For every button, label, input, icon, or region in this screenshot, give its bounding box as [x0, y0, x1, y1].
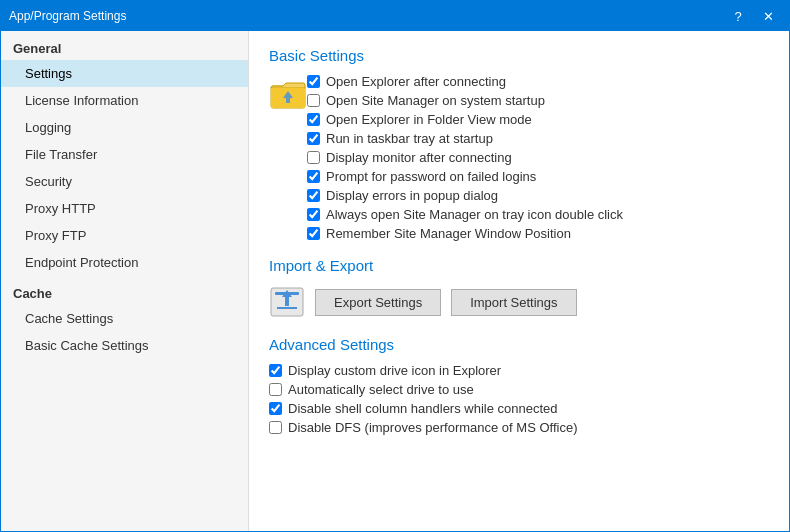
checkbox-open-explorer-label[interactable]: Open Explorer after connecting — [326, 74, 506, 89]
checkbox-display-errors: Display errors in popup dialog — [307, 188, 623, 203]
checkbox-remember-window-position: Remember Site Manager Window Position — [307, 226, 623, 241]
sidebar: General Settings License Information Log… — [1, 31, 249, 531]
checkbox-open-explorer-folder-label[interactable]: Open Explorer in Folder View mode — [326, 112, 532, 127]
advanced-checkbox-list: Display custom drive icon in Explorer Au… — [269, 363, 769, 435]
close-button[interactable]: ✕ — [755, 6, 781, 26]
checkbox-disable-dfs: Disable DFS (improves performance of MS … — [269, 420, 769, 435]
checkbox-disable-dfs-label[interactable]: Disable DFS (improves performance of MS … — [288, 420, 577, 435]
checkbox-open-site-manager: Open Site Manager on system startup — [307, 93, 623, 108]
sidebar-item-logging[interactable]: Logging — [1, 114, 248, 141]
checkbox-disable-shell-handlers-input[interactable] — [269, 402, 282, 415]
window-title: App/Program Settings — [9, 9, 126, 23]
export-settings-button[interactable]: Export Settings — [315, 289, 441, 316]
title-bar: App/Program Settings ? ✕ — [1, 1, 789, 31]
checkbox-always-open-site-manager-label[interactable]: Always open Site Manager on tray icon do… — [326, 207, 623, 222]
help-button[interactable]: ? — [725, 6, 751, 26]
sidebar-item-settings[interactable]: Settings — [1, 60, 248, 87]
checkbox-prompt-password-input[interactable] — [307, 170, 320, 183]
checkbox-display-monitor-label[interactable]: Display monitor after connecting — [326, 150, 512, 165]
import-export-row: Export Settings Import Settings — [269, 284, 769, 320]
checkbox-disable-shell-handlers: Disable shell column handlers while conn… — [269, 401, 769, 416]
basic-checkbox-list: Open Explorer after connecting Open Site… — [307, 74, 623, 241]
checkbox-open-explorer-folder: Open Explorer in Folder View mode — [307, 112, 623, 127]
checkbox-run-taskbar-label[interactable]: Run in taskbar tray at startup — [326, 131, 493, 146]
checkbox-auto-select-drive-label[interactable]: Automatically select drive to use — [288, 382, 474, 397]
checkbox-always-open-site-manager-input[interactable] — [307, 208, 320, 221]
checkbox-open-explorer-folder-input[interactable] — [307, 113, 320, 126]
sidebar-group-cache: Cache — [1, 276, 248, 305]
sidebar-item-security[interactable]: Security — [1, 168, 248, 195]
content-area: General Settings License Information Log… — [1, 31, 789, 531]
title-bar-controls: ? ✕ — [725, 6, 781, 26]
checkbox-remember-window-position-label[interactable]: Remember Site Manager Window Position — [326, 226, 571, 241]
checkbox-open-site-manager-input[interactable] — [307, 94, 320, 107]
import-export-title: Import & Export — [269, 257, 769, 274]
checkbox-disable-dfs-input[interactable] — [269, 421, 282, 434]
checkbox-display-monitor: Display monitor after connecting — [307, 150, 623, 165]
folder-icon — [269, 74, 307, 112]
checkbox-open-explorer-input[interactable] — [307, 75, 320, 88]
app-window: App/Program Settings ? ✕ General Setting… — [0, 0, 790, 532]
checkbox-prompt-password: Prompt for password on failed logins — [307, 169, 623, 184]
sidebar-item-cache-settings[interactable]: Cache Settings — [1, 305, 248, 332]
checkbox-display-errors-label[interactable]: Display errors in popup dialog — [326, 188, 498, 203]
checkbox-display-custom-drive-label[interactable]: Display custom drive icon in Explorer — [288, 363, 501, 378]
basic-settings-title: Basic Settings — [269, 47, 769, 64]
main-panel: Basic Settings Open Explorer after conne… — [249, 31, 789, 531]
import-settings-button[interactable]: Import Settings — [451, 289, 576, 316]
sidebar-item-endpoint-protection[interactable]: Endpoint Protection — [1, 249, 248, 276]
checkbox-prompt-password-label[interactable]: Prompt for password on failed logins — [326, 169, 536, 184]
import-export-section: Import & Export Export Settings Import S… — [269, 257, 769, 320]
checkbox-display-custom-drive: Display custom drive icon in Explorer — [269, 363, 769, 378]
sidebar-item-basic-cache-settings[interactable]: Basic Cache Settings — [1, 332, 248, 359]
sidebar-group-general: General — [1, 31, 248, 60]
checkbox-open-site-manager-label[interactable]: Open Site Manager on system startup — [326, 93, 545, 108]
checkbox-run-taskbar: Run in taskbar tray at startup — [307, 131, 623, 146]
checkbox-display-custom-drive-input[interactable] — [269, 364, 282, 377]
checkbox-open-explorer: Open Explorer after connecting — [307, 74, 623, 89]
checkbox-run-taskbar-input[interactable] — [307, 132, 320, 145]
checkbox-display-errors-input[interactable] — [307, 189, 320, 202]
export-icon — [269, 284, 305, 320]
checkbox-disable-shell-handlers-label[interactable]: Disable shell column handlers while conn… — [288, 401, 558, 416]
sidebar-item-proxy-ftp[interactable]: Proxy FTP — [1, 222, 248, 249]
basic-settings-row: Open Explorer after connecting Open Site… — [269, 74, 769, 241]
sidebar-item-file-transfer[interactable]: File Transfer — [1, 141, 248, 168]
checkbox-always-open-site-manager: Always open Site Manager on tray icon do… — [307, 207, 623, 222]
checkbox-display-monitor-input[interactable] — [307, 151, 320, 164]
advanced-settings-title: Advanced Settings — [269, 336, 769, 353]
checkbox-auto-select-drive-input[interactable] — [269, 383, 282, 396]
checkbox-auto-select-drive: Automatically select drive to use — [269, 382, 769, 397]
sidebar-item-proxy-http[interactable]: Proxy HTTP — [1, 195, 248, 222]
checkbox-remember-window-position-input[interactable] — [307, 227, 320, 240]
sidebar-item-license[interactable]: License Information — [1, 87, 248, 114]
